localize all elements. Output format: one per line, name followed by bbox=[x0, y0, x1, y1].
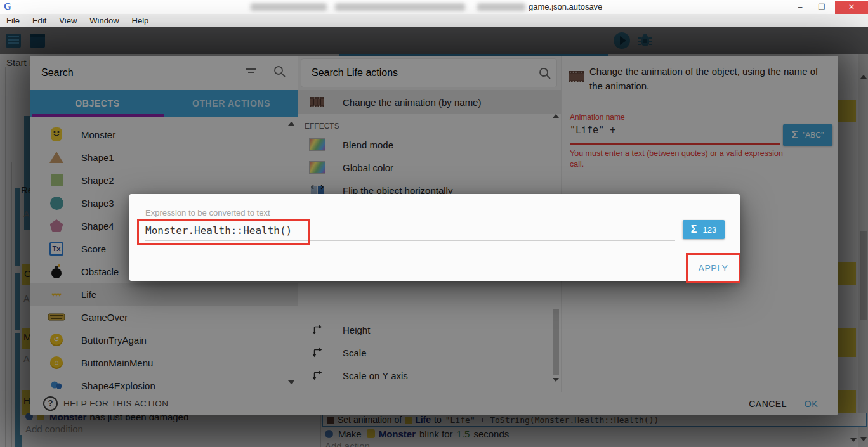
title-bar: G game.json.autosave – ❐ ✕ bbox=[0, 0, 868, 15]
gdevelop-window: G game.json.autosave – ❐ ✕ File Edit Vie… bbox=[0, 0, 868, 447]
blurred-path-segment bbox=[251, 3, 327, 11]
menu-bar: File Edit View Window Help bbox=[0, 14, 868, 28]
minimize-button[interactable]: – bbox=[790, 1, 810, 14]
annotation-box-expression bbox=[137, 219, 310, 245]
sigma-icon: Σ bbox=[691, 224, 697, 235]
gdevelop-logo-icon: G bbox=[4, 1, 11, 12]
menu-window[interactable]: Window bbox=[83, 14, 125, 27]
close-button[interactable]: ✕ bbox=[835, 1, 868, 14]
number-expression-editor-button[interactable]: Σ 123 bbox=[683, 220, 725, 239]
blurred-path-segment bbox=[335, 3, 465, 11]
menu-view[interactable]: View bbox=[53, 14, 83, 27]
expression-field-label: Expression to be converted to text bbox=[145, 208, 270, 217]
menu-edit[interactable]: Edit bbox=[26, 14, 53, 27]
annotation-box-apply: APPLY bbox=[686, 253, 740, 283]
restore-button[interactable]: ❐ bbox=[812, 1, 832, 14]
blurred-path-segment bbox=[477, 3, 525, 11]
expression-editor-dialog: Expression to be converted to text Monst… bbox=[129, 194, 740, 281]
menu-file[interactable]: File bbox=[0, 14, 26, 27]
apply-button[interactable]: APPLY bbox=[688, 255, 739, 281]
menu-help[interactable]: Help bbox=[126, 14, 155, 27]
window-title: game.json.autosave bbox=[529, 2, 602, 11]
